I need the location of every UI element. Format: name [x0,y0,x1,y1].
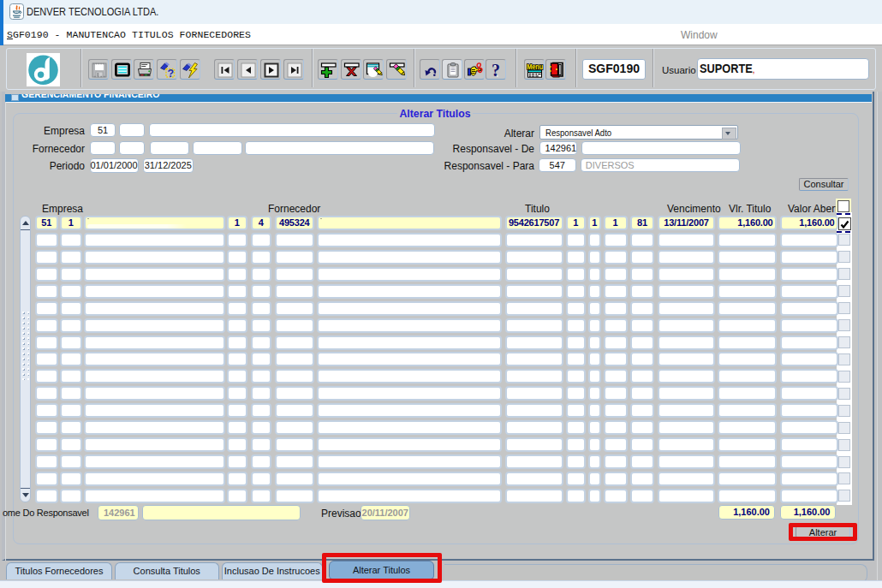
svg-text:?: ? [492,61,500,80]
svg-text:?: ? [168,68,175,80]
svg-text:Menu: Menu [527,62,543,71]
